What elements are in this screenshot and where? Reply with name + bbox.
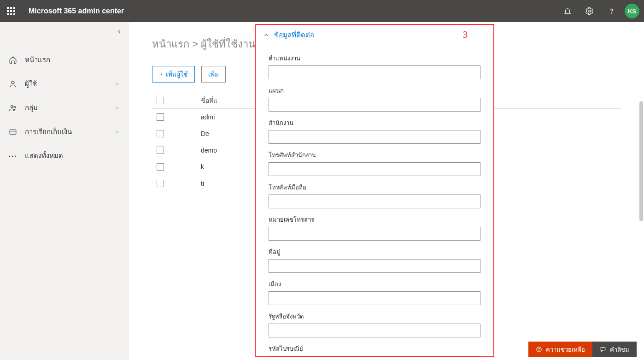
label-office: สำนักงาน — [269, 118, 480, 128]
left-sidebar: หน้าแรก ผู้ใช้ กลุ่ม การเรียกเก็บเงิน — [0, 22, 129, 360]
nav-groups-label: กลุ่ม — [25, 102, 38, 113]
need-help-button[interactable]: ความช่วยเหลือ — [528, 342, 592, 357]
add-user-label: เพิ่มผู้ใช้ — [166, 69, 188, 79]
nav-billing-label: การเรียกเก็บเงิน — [25, 126, 72, 137]
account-avatar[interactable]: KS — [625, 4, 639, 18]
input-office-phone[interactable] — [269, 162, 480, 176]
svg-rect-5 — [10, 130, 16, 135]
row-checkbox[interactable] — [157, 163, 164, 171]
row-checkbox[interactable] — [157, 113, 164, 121]
label-mobile-phone: โทรศัพท์มือถือ — [269, 183, 480, 192]
row-name: k — [201, 163, 204, 171]
user-icon — [8, 79, 18, 89]
nav-groups[interactable]: กลุ่ม — [0, 96, 129, 120]
nav-home[interactable]: หน้าแรก — [0, 48, 129, 72]
panel-title: ข้อมูลที่ติดต่อ — [274, 30, 314, 41]
input-state[interactable] — [269, 324, 480, 337]
feedback-button[interactable]: คำติชม — [592, 342, 637, 357]
home-icon — [8, 55, 18, 65]
notifications-icon[interactable] — [556, 0, 579, 22]
svg-point-0 — [589, 10, 591, 12]
input-job-title[interactable] — [269, 65, 480, 79]
input-postal[interactable] — [269, 356, 480, 356]
nav-show-all[interactable]: ··· แสดงทั้งหมด — [0, 144, 129, 168]
chevron-down-icon — [114, 129, 120, 135]
need-help-label: ความช่วยเหลือ — [546, 345, 585, 354]
add-user-button[interactable]: + เพิ่มผู้ใช้ — [152, 66, 195, 83]
label-address: ที่อยู่ — [269, 247, 480, 257]
panel-header: ข้อมูลที่ติดต่อ 3 — [256, 25, 493, 45]
top-header: Microsoft 365 admin center KS — [0, 0, 644, 22]
chevron-down-icon — [114, 105, 120, 111]
row-name: De — [201, 130, 209, 137]
row-checkbox[interactable] — [157, 180, 164, 187]
svg-point-3 — [11, 106, 13, 108]
svg-point-7 — [539, 351, 539, 351]
collapse-section-icon[interactable] — [263, 32, 269, 38]
contact-info-panel: ข้อมูลที่ติดต่อ 3 ตำแหน่งงาน แผนก สำนักง… — [255, 24, 494, 357]
help-icon[interactable] — [601, 0, 623, 22]
feedback-label: คำติชม — [610, 345, 629, 354]
input-mobile-phone[interactable] — [269, 195, 480, 208]
row-checkbox[interactable] — [157, 130, 164, 137]
svg-point-2 — [12, 81, 14, 84]
add-multi-button[interactable]: เพิ่ม — [201, 66, 226, 83]
app-title: Microsoft 365 admin center — [29, 7, 124, 15]
row-name: ti — [201, 180, 204, 187]
nav-show-all-label: แสดงทั้งหมด — [25, 150, 63, 161]
nav-billing[interactable]: การเรียกเก็บเงิน — [0, 120, 129, 144]
nav-users-label: ผู้ใช้ — [25, 78, 37, 89]
add-multi-label: เพิ่ม — [208, 69, 219, 79]
col-name: ชื่อที่แ — [201, 95, 217, 106]
collapse-sidebar-icon[interactable] — [116, 29, 123, 35]
scrollbar[interactable] — [639, 101, 643, 221]
label-office-phone: โทรศัพท์สำนักงาน — [269, 150, 480, 160]
settings-icon[interactable] — [579, 0, 601, 22]
chevron-down-icon — [114, 81, 120, 87]
groups-icon — [8, 103, 18, 112]
help-feedback-bar: ความช่วยเหลือ คำติชม — [528, 342, 637, 357]
input-address[interactable] — [269, 259, 480, 273]
billing-icon — [8, 127, 18, 136]
input-city[interactable] — [269, 291, 480, 305]
label-department: แผนก — [269, 86, 480, 95]
svg-point-1 — [611, 13, 612, 13]
nav-home-label: หน้าแรก — [25, 54, 50, 65]
row-name: demo — [201, 147, 217, 154]
label-city: เมือง — [269, 279, 480, 289]
svg-point-4 — [14, 106, 16, 108]
row-checkbox[interactable] — [157, 147, 164, 154]
input-fax[interactable] — [269, 227, 480, 241]
nav-users[interactable]: ผู้ใช้ — [0, 72, 129, 96]
row-name: admi — [201, 113, 215, 121]
select-all-checkbox[interactable] — [157, 97, 164, 104]
input-department[interactable] — [269, 98, 480, 112]
app-launcher-icon[interactable] — [0, 0, 22, 22]
label-job-title: ตำแหน่งงาน — [269, 53, 480, 63]
annotation-3: 3 — [463, 30, 468, 40]
label-state: รัฐหรือจังหวัด — [269, 312, 480, 321]
label-fax: หมายเลขโทรสาร — [269, 215, 480, 224]
input-office[interactable] — [269, 130, 480, 144]
label-postal: รหัสไปรษณีย์ — [269, 344, 480, 354]
ellipsis-icon: ··· — [8, 151, 18, 160]
plus-icon: + — [159, 71, 163, 78]
